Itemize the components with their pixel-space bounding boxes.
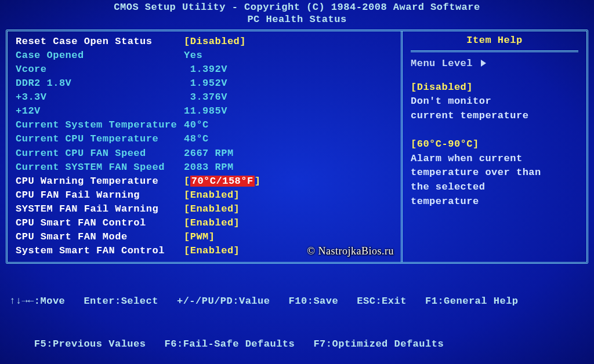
help-line: the selected: [411, 180, 578, 195]
triangle-right-icon: [481, 60, 486, 67]
help-line: Alarm when current: [411, 152, 578, 166]
setting-label: CPU Smart FAN Mode: [16, 230, 184, 244]
settings-panel[interactable]: Reset Case Open Status[Disabled]Case Ope…: [8, 31, 401, 262]
header-line2: PC Health Status: [0, 13, 594, 26]
watermark: © NastrojkaBios.ru: [307, 245, 394, 257]
help-panel: Item Help Menu Level [Disabled]Don't mon…: [401, 31, 586, 262]
setting-value: 40°C: [184, 118, 209, 132]
setting-value[interactable]: [Enabled]: [184, 244, 240, 258]
help-line: Don't monitor: [411, 94, 578, 109]
setting-row: Current CPU FAN Speed2667 RPM: [16, 147, 393, 161]
panels: Reset Case Open Status[Disabled]Case Ope…: [6, 30, 588, 264]
setting-value: 1.952V: [184, 77, 227, 90]
setting-row[interactable]: CPU FAN Fail Warning[Enabled]: [16, 188, 393, 202]
setting-value: 2083 RPM: [184, 161, 234, 174]
setting-row: Vcore 1.392V: [16, 63, 393, 77]
setting-row: Case OpenedYes: [16, 49, 393, 63]
menu-level: Menu Level: [411, 58, 578, 69]
setting-row[interactable]: Reset Case Open Status[Disabled]: [16, 35, 393, 49]
setting-value[interactable]: [PWM]: [184, 230, 215, 244]
help-title: Item Help: [411, 35, 578, 52]
setting-label: Current CPU Temperature: [16, 132, 184, 146]
help-line: [Disabled]: [411, 81, 578, 95]
setting-value: 2667 RPM: [184, 147, 234, 161]
setting-value: Yes: [184, 49, 202, 63]
setting-label: Reset Case Open Status: [16, 35, 184, 49]
help-line: [411, 123, 578, 137]
setting-value: 11.985V: [184, 104, 227, 118]
footer: ↑↓→←:Move Enter:Select +/-/PU/PD:Value F…: [0, 264, 594, 365]
setting-row[interactable]: CPU Smart FAN Mode[PWM]: [16, 230, 393, 244]
setting-label: +12V: [16, 104, 184, 118]
setting-value: 3.376V: [184, 90, 227, 104]
setting-label: Vcore: [16, 63, 184, 77]
header: CMOS Setup Utility - Copyright (C) 1984-…: [0, 0, 594, 30]
setting-label: DDR2 1.8V: [16, 77, 184, 90]
setting-label: CPU FAN Fail Warning: [16, 188, 184, 202]
bios-screen: CMOS Setup Utility - Copyright (C) 1984-…: [0, 0, 594, 364]
setting-value[interactable]: [Enabled]: [184, 188, 240, 202]
setting-value[interactable]: [Enabled]: [184, 216, 240, 230]
menu-level-label: Menu Level: [411, 58, 473, 69]
help-body: [Disabled]Don't monitorcurrent temperatu…: [411, 81, 578, 209]
setting-row: +12V11.985V: [16, 104, 393, 118]
setting-row[interactable]: SYSTEM FAN Fail Warning[Enabled]: [16, 202, 393, 216]
setting-value: 1.392V: [184, 63, 227, 77]
setting-label: CPU Warning Temperature: [16, 174, 184, 188]
header-line1: CMOS Setup Utility - Copyright (C) 1984-…: [0, 1, 594, 13]
footer-line1: ↑↓→←:Move Enter:Select +/-/PU/PD:Value F…: [9, 294, 585, 309]
setting-row: +3.3V 3.376V: [16, 90, 393, 104]
setting-label: +3.3V: [16, 90, 184, 104]
setting-row: Current SYSTEM FAN Speed2083 RPM: [16, 161, 393, 174]
setting-label: System Smart FAN Control: [16, 244, 184, 258]
setting-label: SYSTEM FAN Fail Warning: [16, 202, 184, 216]
setting-row: Current CPU Temperature48°C: [16, 132, 393, 146]
help-line: temperature over than: [411, 166, 578, 180]
footer-line2: F5:Previous Values F6:Fail-Safe Defaults…: [9, 337, 585, 352]
help-line: current temperature: [411, 109, 578, 123]
help-line: [60°C-90°C]: [411, 137, 578, 152]
help-line: temperature: [411, 195, 578, 209]
setting-row[interactable]: CPU Smart FAN Control[Enabled]: [16, 216, 393, 230]
setting-value[interactable]: [Disabled]: [184, 35, 246, 49]
setting-label: Current CPU FAN Speed: [16, 147, 184, 161]
setting-value[interactable]: [Enabled]: [184, 202, 240, 216]
setting-label: Current SYSTEM FAN Speed: [16, 161, 184, 174]
setting-row[interactable]: CPU Warning Temperature[70°C/158°F]: [16, 174, 393, 188]
setting-value: 48°C: [184, 132, 209, 146]
setting-row: Current System Temperature40°C: [16, 118, 393, 132]
setting-label: CPU Smart FAN Control: [16, 216, 184, 230]
setting-row: DDR2 1.8V 1.952V: [16, 77, 393, 90]
setting-label: Case Opened: [16, 49, 184, 63]
setting-value[interactable]: [70°C/158°F]: [184, 174, 260, 188]
setting-label: Current System Temperature: [16, 118, 184, 132]
